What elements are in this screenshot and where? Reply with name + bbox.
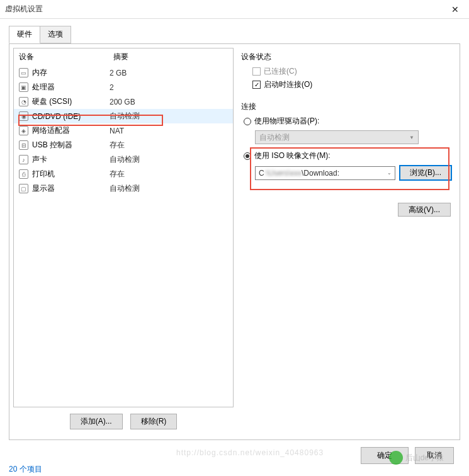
radio-physical-drive[interactable]: 使用物理驱动器(P): <box>244 116 452 127</box>
checkbox-icon: ✓ <box>252 81 261 89</box>
device-name: CD/DVD (IDE) <box>32 112 81 121</box>
device-icon <box>19 140 28 150</box>
checkbox-icon <box>252 67 261 76</box>
group-device-status: 设备状态 <box>241 52 452 62</box>
device-name: USB 控制器 <box>32 140 72 150</box>
device-summary: 2 <box>110 83 228 92</box>
radio-icon <box>244 118 251 125</box>
device-icon <box>19 155 28 164</box>
checkbox-connect-at-power[interactable]: ✓ 启动时连接(O) <box>252 79 452 90</box>
combo-value: 自动检测 <box>259 132 290 143</box>
device-summary: 存在 <box>110 140 228 150</box>
items-count: 20 个项目 <box>9 464 42 475</box>
radio-iso-file[interactable]: 使用 ISO 映像文件(M): <box>244 150 452 161</box>
remove-button[interactable]: 移除(R) <box>130 414 178 429</box>
device-icon <box>19 126 28 135</box>
checkbox-connected: 已连接(C) <box>252 66 452 77</box>
checkbox-connected-label: 已连接(C) <box>264 66 297 77</box>
device-row[interactable]: 内存2 GB <box>14 65 233 80</box>
device-name: 处理器 <box>32 82 55 93</box>
add-button[interactable]: 添加(A)... <box>70 414 123 429</box>
device-summary: 存在 <box>110 169 228 179</box>
physical-drive-combo: 自动检测 ▼ <box>255 130 419 144</box>
device-icon <box>19 82 28 92</box>
device-icon <box>19 97 28 106</box>
header-device: 设备 <box>19 52 113 62</box>
tab-strip: 硬件 选项 <box>9 26 460 44</box>
device-row[interactable]: 处理器2 <box>14 80 233 94</box>
left-panel: 设备 摘要 内存2 GB处理器2硬盘 (SCSI)200 GBCD/DVD (I… <box>9 44 234 439</box>
device-summary: 2 GB <box>110 69 228 77</box>
device-name: 内存 <box>32 67 47 78</box>
device-list-header: 设备 摘要 <box>14 48 233 65</box>
device-name: 打印机 <box>32 169 55 179</box>
device-list: 设备 摘要 内存2 GB处理器2硬盘 (SCSI)200 GBCD/DVD (I… <box>13 48 234 407</box>
radio-iso-label: 使用 ISO 映像文件(M): <box>254 150 331 161</box>
device-name: 网络适配器 <box>32 125 70 136</box>
device-row[interactable]: 打印机存在 <box>14 167 233 181</box>
tab-content: 设备 摘要 内存2 GB处理器2硬盘 (SCSI)200 GBCD/DVD (I… <box>9 43 460 440</box>
tab-hardware[interactable]: 硬件 <box>9 26 40 43</box>
device-row[interactable]: 硬盘 (SCSI)200 GB <box>14 94 233 109</box>
radio-physical-label: 使用物理驱动器(P): <box>254 116 319 127</box>
device-icon <box>19 169 28 179</box>
device-summary: 自动检测 <box>110 111 228 122</box>
device-name: 声卡 <box>32 154 47 165</box>
title-bar: 虚拟机设置 ✕ <box>0 0 469 19</box>
device-icon <box>19 111 28 121</box>
watermark: 后山de小猿 <box>389 451 444 465</box>
dialog-body: 硬件 选项 设备 摘要 内存2 GB处理器2硬盘 (SCSI)200 GBCD/… <box>0 19 469 439</box>
device-row[interactable]: CD/DVD (IDE)自动检测 <box>14 109 233 123</box>
device-buttons: 添加(A)... 移除(R) <box>13 407 234 436</box>
radio-icon <box>244 152 251 160</box>
group-connection: 连接 <box>241 101 452 112</box>
device-row[interactable]: 声卡自动检测 <box>14 152 233 167</box>
window-title: 虚拟机设置 <box>5 4 446 14</box>
watermark-url: http://blog.csdn.net/weixin_40480963 <box>176 448 324 457</box>
chevron-down-icon: ▼ <box>409 135 414 140</box>
right-panel: 设备状态 已连接(C) ✓ 启动时连接(O) 连接 使用物理驱动器(P): <box>234 44 460 439</box>
close-icon[interactable]: ✕ <box>446 4 464 14</box>
device-row[interactable]: 显示器自动检测 <box>14 181 233 196</box>
advanced-button[interactable]: 高级(V)... <box>398 203 451 217</box>
device-summary: 200 GB <box>110 98 228 106</box>
wechat-icon <box>389 451 403 465</box>
iso-path-input[interactable]: C :\Users\xxx \Download: ⌄ <box>255 166 395 180</box>
browse-button[interactable]: 浏览(B)... <box>399 165 452 181</box>
device-summary: 自动检测 <box>110 183 228 194</box>
checkbox-connect-label: 启动时连接(O) <box>264 79 312 90</box>
device-icon <box>19 184 28 193</box>
device-name: 硬盘 (SCSI) <box>32 96 72 107</box>
device-icon <box>19 68 28 77</box>
device-summary: NAT <box>110 127 228 135</box>
header-summary: 摘要 <box>113 52 228 62</box>
device-row[interactable]: USB 控制器存在 <box>14 138 233 152</box>
chevron-down-icon: ⌄ <box>385 170 392 176</box>
tab-options[interactable]: 选项 <box>40 26 71 43</box>
device-name: 显示器 <box>32 183 55 194</box>
device-row[interactable]: 网络适配器NAT <box>14 123 233 138</box>
device-summary: 自动检测 <box>110 154 228 165</box>
